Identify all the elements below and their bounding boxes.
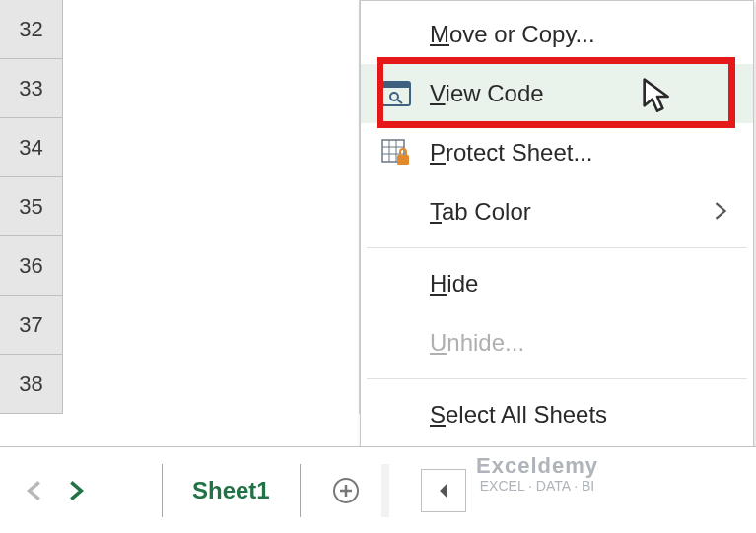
menu-move-or-copy[interactable]: Move or Copy...: [361, 5, 753, 64]
menu-divider: [367, 247, 747, 248]
menu-label: Unhide...: [430, 329, 731, 357]
blank-icon: [378, 397, 414, 433]
submenu-arrow-icon: [714, 198, 731, 226]
menu-label: View Code: [430, 80, 731, 107]
menu-unhide: Unhide...: [361, 313, 753, 372]
tab-bar-separator: [381, 464, 389, 517]
row-header[interactable]: 38: [0, 355, 62, 414]
row-header[interactable]: 35: [0, 177, 62, 236]
sheet-tab-bar: Sheet1: [0, 446, 756, 533]
sheet-nav-next[interactable]: [59, 473, 95, 508]
sheet-tab-active[interactable]: Sheet1: [162, 464, 301, 517]
sheet-context-menu: Move or Copy... View Code Prote: [360, 0, 754, 457]
row-header[interactable]: 37: [0, 296, 62, 355]
add-sheet-button[interactable]: [328, 473, 364, 508]
blank-icon: [378, 325, 414, 361]
horizontal-scroll-group: [421, 469, 466, 512]
menu-select-all-sheets[interactable]: Select All Sheets: [361, 385, 753, 444]
svg-rect-9: [397, 155, 409, 165]
menu-hide[interactable]: Hide: [361, 254, 753, 313]
blank-icon: [378, 266, 414, 301]
row-header[interactable]: 34: [0, 118, 62, 177]
blank-icon: [378, 17, 414, 52]
blank-icon: [378, 194, 414, 230]
svg-line-3: [397, 100, 402, 103]
menu-label: Select All Sheets: [430, 401, 731, 429]
menu-protect-sheet[interactable]: Protect Sheet...: [361, 123, 753, 182]
row-header-strip: 32 33 34 35 36 37 38: [0, 0, 63, 414]
menu-view-code[interactable]: View Code: [361, 64, 753, 123]
menu-label: Tab Color: [430, 198, 698, 226]
row-header[interactable]: 32: [0, 0, 62, 59]
scroll-left-button[interactable]: [422, 469, 465, 512]
menu-label: Move or Copy...: [430, 21, 731, 48]
svg-rect-1: [382, 82, 410, 88]
menu-label: Protect Sheet...: [430, 139, 731, 167]
view-code-icon: [378, 76, 414, 111]
menu-tab-color[interactable]: Tab Color: [361, 182, 753, 241]
menu-divider: [367, 378, 747, 379]
row-header[interactable]: 36: [0, 236, 62, 296]
sheet-nav-prev[interactable]: [16, 473, 51, 508]
menu-label: Hide: [430, 270, 731, 298]
sheet-tab-label: Sheet1: [192, 477, 270, 504]
protect-sheet-icon: [378, 135, 414, 170]
svg-point-2: [390, 93, 398, 100]
row-header[interactable]: 33: [0, 59, 62, 118]
